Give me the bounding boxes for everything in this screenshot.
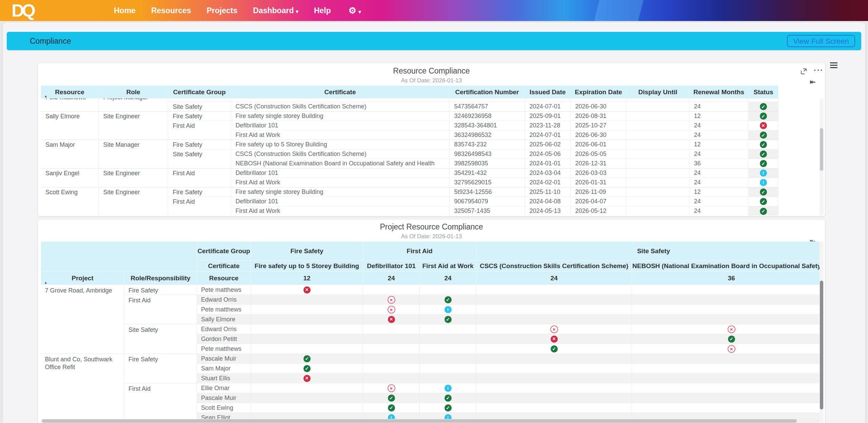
renewal-months-header: 24 [476,271,632,285]
status-cell: ✓ [251,364,363,374]
status-cell [420,364,476,374]
table-cell: 2026-01-31 [570,178,626,187]
status-cell: ✓ [363,393,420,403]
column-header-resource[interactable]: Resource [197,271,251,285]
column-header-display-until[interactable]: Display Until [627,86,689,99]
project-name-cell: 7 Grove Road, Ambridge [41,285,124,354]
certificate-header[interactable]: NEBOSH (National Examination Board in Oc… [632,261,820,271]
status-cell: × [251,374,363,383]
resource-name-cell: Sally Elmore [41,112,98,140]
status-cell [251,334,363,344]
nav-items: Home Resources Projects Dashboard▾ Help … [114,5,361,16]
scrollbar-thumb[interactable] [42,419,797,423]
status-cell: ✓ [363,403,420,413]
nav-item-projects[interactable]: Projects [207,6,238,15]
nav-item-help[interactable]: Help [314,6,331,15]
table-cell [570,98,626,102]
table-cell: 2024-07-01 [525,130,570,140]
status-cell [420,374,476,383]
app-logo[interactable]: DQ [12,0,76,21]
certificate-group-cell: Site Safety [168,149,231,168]
status-cell: × [632,344,820,354]
renewal-months-header: 24 [363,271,420,285]
table-cell [626,130,689,140]
table-cell: 325057-1435 [449,206,525,216]
menu-icon[interactable] [830,62,837,69]
compliance-dashboard-page: DQ Home Resources Projects Dashboard▾ He… [0,0,868,423]
column-header-status[interactable]: Status [749,86,778,99]
status-cell [748,98,778,102]
as-of-date: As Of Date: 2026-01-13 [38,77,825,84]
table-row: First AidEdward Orris×✓ [41,295,820,305]
table-cell [626,149,689,159]
column-header-certificate-group[interactable]: Certificate Group [168,86,231,99]
status-cell [476,374,632,383]
table-cell: Fire safety up to 5 Storey Building [231,140,449,149]
status-cell: ✓ [748,149,778,159]
group-header-site-safety[interactable]: Site Safety [476,242,820,261]
table-cell: First Aid at Work [231,206,449,216]
top-nav-bar: DQ Home Resources Projects Dashboard▾ He… [0,0,868,21]
status-cell: ✓ [420,393,476,403]
status-icon-check: ✓ [760,141,767,148]
table-cell [626,168,689,178]
group-header-first-aid[interactable]: First Aid [363,242,476,261]
status-cell [251,393,363,403]
column-header-role[interactable]: Role [99,86,168,99]
status-cell [632,315,820,324]
column-header-renewal-months[interactable]: Renewal Months [689,86,749,99]
view-full-screen-button[interactable]: View Full Screen [787,35,855,47]
column-header-role[interactable]: Role/Responsibility [124,271,197,285]
status-icon-check: ✓ [760,188,767,196]
column-header-expiration-date[interactable]: Expiration Date [571,86,627,99]
column-header-issued-date[interactable]: Issued Date [525,86,571,99]
status-cell [251,305,363,315]
settings-gear-icon[interactable]: ⚙▾ [349,5,361,16]
status-icon-info: ! [445,306,452,313]
expand-panel-icon[interactable] [800,68,807,76]
nav-item-dashboard[interactable]: Dashboard▾ [253,6,298,15]
status-icon-outline-x: × [388,296,395,304]
table-cell: 328543-364801 [449,121,525,130]
horizontal-scrollbar [41,419,820,423]
table-cell: Defibrillator 101 [231,197,449,206]
as-of-date: As Of Date: 2026-01-13 [38,233,825,240]
scrollbar-thumb[interactable] [820,128,823,171]
table-cell: Defibrillator 101 [231,168,449,178]
status-cell [632,374,820,383]
certificate-header[interactable]: First Aid at Work [420,261,476,271]
status-cell [420,285,476,295]
table-cell: 2024-07-01 [525,102,570,112]
status-cell: × [748,121,778,130]
status-cell: × [476,324,632,334]
column-header-resource[interactable]: Resource▲ [41,86,99,99]
nav-item-resources[interactable]: Resources [151,6,191,15]
group-header-fire-safety[interactable]: Fire Safety [251,242,363,261]
panel-title: Project Resource Compliance [38,222,825,231]
table-cell [626,197,689,206]
table-cell: 32795629015 [449,178,525,187]
status-icon-solid-x: × [551,336,558,343]
status-cell: ! [748,178,778,187]
status-icon-check: ✓ [445,316,452,323]
column-header-certification-number[interactable]: Certification Number [450,86,525,99]
chevron-down-icon: ▾ [358,9,361,15]
nav-item-home[interactable]: Home [114,6,136,15]
collapse-column-icon[interactable]: ⇤ [810,78,816,86]
status-cell [476,295,632,305]
scrollbar-thumb[interactable] [820,281,823,409]
column-header-certificate[interactable]: Certificate [231,86,450,99]
certificate-header[interactable]: Defibrillator 101 [363,261,420,271]
column-header-project[interactable]: Project▲ [41,271,124,285]
status-cell [632,305,820,315]
more-options-icon[interactable]: ··· [814,66,824,75]
table-cell: 32469236958 [449,112,525,121]
status-cell: × [363,383,420,393]
table-cell: 36324986532 [449,130,525,140]
certificate-group-cell: Fire Safety [168,112,231,121]
status-cell: × [363,315,420,324]
status-cell [251,295,363,305]
role-responsibility-cell: First Aid [124,383,197,423]
certificate-header[interactable]: Fire safety up to 5 Storey Building [251,261,363,271]
certificate-header[interactable]: CSCS (Construction Skills Certification … [476,261,632,271]
